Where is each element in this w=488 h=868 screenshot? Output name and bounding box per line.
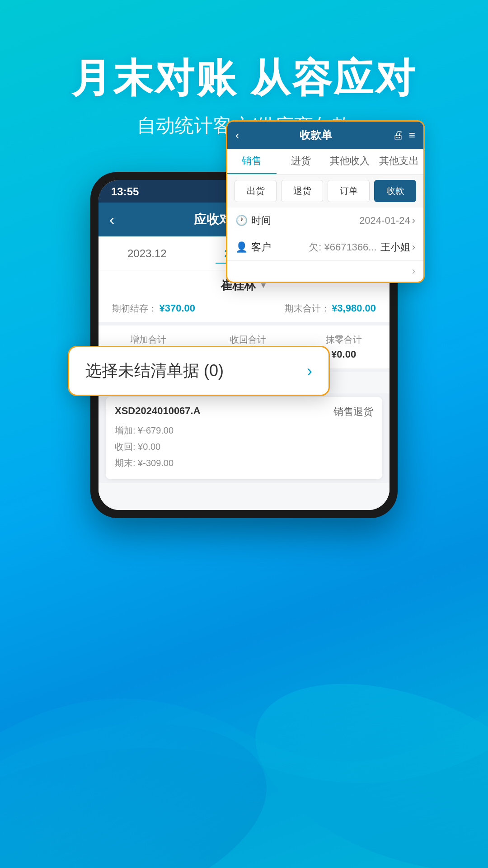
status-time: 13:55 bbox=[111, 185, 139, 198]
tab-sales[interactable]: 销售 bbox=[227, 149, 277, 174]
chevron-right-time-icon: › bbox=[412, 215, 415, 226]
person-icon: 👤 bbox=[235, 241, 248, 253]
closing-label: 期末合计： bbox=[285, 303, 330, 313]
clock-icon: 🕐 bbox=[235, 215, 248, 226]
opening-value: ¥370.00 bbox=[159, 302, 195, 314]
transaction-card[interactable]: XSD2024010067.A 销售退货 增加: ¥-679.00 收回: ¥0… bbox=[106, 397, 382, 479]
tab-other-income[interactable]: 其他收入 bbox=[325, 149, 375, 174]
svg-point-1 bbox=[230, 647, 488, 868]
chevron-right-more-icon: › bbox=[412, 265, 415, 277]
chevron-right-customer-icon: › bbox=[412, 241, 415, 253]
popup-more-row: › bbox=[227, 261, 423, 282]
popup-customer-field[interactable]: 👤 客户 欠: ¥6671366... 王小姐 › bbox=[227, 234, 423, 261]
opening-balance: 期初结存： ¥370.00 bbox=[112, 302, 195, 315]
popup-customer-value: 欠: ¥6671366... 王小姐 › bbox=[309, 241, 415, 254]
btn-return[interactable]: 退货 bbox=[281, 180, 323, 202]
btn-outgoing[interactable]: 出货 bbox=[235, 180, 277, 202]
transaction-collect: 收回: ¥0.00 bbox=[115, 439, 373, 455]
svg-point-0 bbox=[0, 689, 288, 868]
popup-receipt-header: ‹ 收款单 🖨 ≡ bbox=[227, 122, 423, 149]
popup-print-icon[interactable]: 🖨 bbox=[393, 129, 404, 142]
transaction-increase: 增加: ¥-679.00 bbox=[115, 422, 373, 439]
closing-value: ¥3,980.00 bbox=[332, 302, 376, 314]
zero-value: ¥0.00 bbox=[326, 349, 362, 360]
collect-label: 收回合计 bbox=[226, 334, 270, 346]
popup-action-buttons: 出货 退货 订单 收款 bbox=[227, 175, 423, 208]
zero-stat: 抹零合计 ¥0.00 bbox=[326, 334, 362, 360]
transaction-header: XSD2024010067.A 销售退货 bbox=[115, 405, 373, 419]
back-icon[interactable]: ‹ bbox=[109, 211, 114, 228]
zero-label: 抹零合计 bbox=[326, 334, 362, 346]
popup-uncleared[interactable]: 选择未结清单据 (0) › bbox=[68, 346, 330, 396]
hero-section: 月末对账 从容应对 自动统计客户/供应商欠款 bbox=[0, 0, 488, 138]
btn-collect[interactable]: 收款 bbox=[374, 180, 416, 202]
tab-purchase[interactable]: 进货 bbox=[277, 149, 326, 174]
btn-order[interactable]: 订单 bbox=[328, 180, 370, 202]
popup-receipt: ‹ 收款单 🖨 ≡ 销售 进货 其他收入 其他支出 出货 退货 订单 收款 🕐 … bbox=[226, 120, 425, 283]
popup-time-field[interactable]: 🕐 时间 2024-01-24 › bbox=[227, 208, 423, 234]
transaction-closing: 期末: ¥-309.00 bbox=[115, 455, 373, 471]
transaction-details: 增加: ¥-679.00 收回: ¥0.00 期末: ¥-309.00 bbox=[115, 422, 373, 471]
uncleared-text: 选择未结清单据 (0) bbox=[85, 360, 224, 382]
closing-balance: 期末合计： ¥3,980.00 bbox=[285, 302, 376, 315]
popup-receipt-tabs: 销售 进货 其他收入 其他支出 bbox=[227, 149, 423, 175]
popup-back-icon[interactable]: ‹ bbox=[235, 128, 239, 142]
popup-time-value: 2024-01-24 › bbox=[359, 215, 415, 226]
month-tab-prev[interactable]: 2023.12 bbox=[118, 245, 176, 264]
summary-row: 期初结存： ¥370.00 期末合计： ¥3,980.00 bbox=[99, 298, 389, 326]
popup-time-label: 🕐 时间 bbox=[235, 214, 271, 227]
increase-label: 增加合计 bbox=[126, 334, 170, 346]
transaction-type: 销售退货 bbox=[333, 405, 373, 419]
transaction-id: XSD2024010067.A bbox=[115, 405, 201, 419]
hero-title: 月末对账 从容应对 bbox=[0, 54, 488, 102]
phone-mockup: 13:55 🔵 ⓑ ₀K/s ▐▐▐ ▐▐▐ 66 ‹ 应收对账单 ▼ bbox=[90, 172, 398, 518]
popup-header-icons: 🖨 ≡ bbox=[393, 129, 415, 142]
popup-list-icon[interactable]: ≡ bbox=[409, 129, 415, 142]
opening-label: 期初结存： bbox=[112, 303, 157, 313]
tab-other-expense[interactable]: 其他支出 bbox=[375, 149, 424, 174]
popup-receipt-title: 收款单 bbox=[300, 128, 332, 142]
screen-bottom-space bbox=[99, 483, 389, 510]
uncleared-arrow-icon: › bbox=[307, 362, 312, 381]
popup-customer-label: 👤 客户 bbox=[235, 241, 271, 254]
